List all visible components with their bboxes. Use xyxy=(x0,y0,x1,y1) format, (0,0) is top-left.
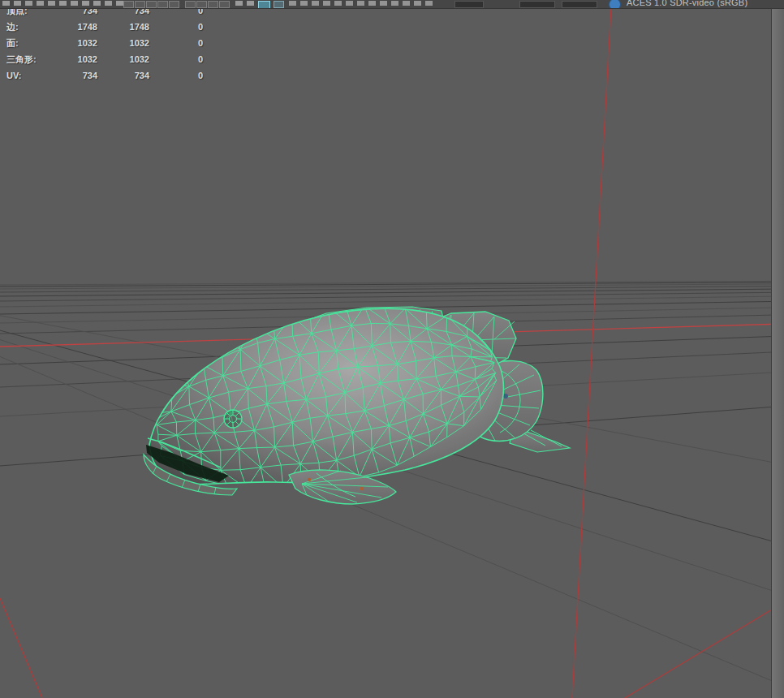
hud-value: 0 xyxy=(149,19,203,35)
grid-line xyxy=(0,289,784,296)
toolbar-icon[interactable] xyxy=(146,1,157,8)
mesh-line xyxy=(153,383,166,399)
toolbar-icon[interactable] xyxy=(169,1,179,8)
toolbar-icon[interactable] xyxy=(235,1,243,6)
fish-model[interactable] xyxy=(144,305,570,504)
toolbar-icon[interactable] xyxy=(59,1,67,6)
hud-row-uvs: UV: 734 734 0 xyxy=(0,67,203,84)
mesh-line xyxy=(459,396,480,397)
toolbar-icon[interactable] xyxy=(323,1,330,6)
toolbar-icon[interactable] xyxy=(116,1,123,6)
toolbar-icon[interactable] xyxy=(274,1,284,8)
toolbar-icon[interactable] xyxy=(391,1,398,6)
toolbar-icon[interactable] xyxy=(37,1,44,6)
toolbar-icon[interactable] xyxy=(357,1,364,6)
toolbar-icon[interactable] xyxy=(157,1,168,8)
hud-value: 1032 xyxy=(97,51,149,67)
hud-label: UV: xyxy=(0,67,50,84)
toolbar-icon[interactable] xyxy=(185,1,196,8)
toolbar-field[interactable] xyxy=(562,1,597,8)
toolbar-icon[interactable] xyxy=(368,1,376,6)
toolbar-icon[interactable] xyxy=(82,1,89,6)
hud-label: 边: xyxy=(0,19,50,35)
grid-line xyxy=(0,287,784,292)
toolbar-field[interactable] xyxy=(454,1,484,8)
toolbar-icon[interactable] xyxy=(208,1,218,8)
axis-line-z-near xyxy=(0,598,42,698)
toolbar-icon[interactable] xyxy=(2,1,10,6)
toolbar-icon[interactable] xyxy=(289,1,296,6)
hud-label: 三角形: xyxy=(0,51,50,67)
axis-line-z-far xyxy=(625,610,772,698)
toolbar-icon[interactable] xyxy=(135,1,145,8)
hud-value: 1748 xyxy=(50,19,97,35)
viewport-3d[interactable] xyxy=(0,0,784,698)
toolbar-icon[interactable] xyxy=(219,1,230,8)
marker-dot-orange xyxy=(360,487,364,490)
color-management-label: ACES 1.0 SDR-video (sRGB) xyxy=(627,0,747,7)
hud-row-edges: 边: 1748 1748 0 xyxy=(0,19,203,35)
hud-value: 1032 xyxy=(50,35,97,51)
toolbar-icon[interactable] xyxy=(123,1,134,8)
axis-line-y xyxy=(572,7,611,698)
toolbar-icon[interactable] xyxy=(247,1,254,6)
toolbar-icon[interactable] xyxy=(414,1,421,6)
hud-row-triangles: 三角形: 1032 1032 0 xyxy=(0,51,203,67)
hud-value: 734 xyxy=(97,67,149,84)
toolbar-icon[interactable] xyxy=(196,1,207,8)
color-management-icon[interactable] xyxy=(609,0,621,9)
hud-value: 1748 xyxy=(97,19,149,35)
toolbar-icon[interactable] xyxy=(25,1,32,6)
toolbar-icon[interactable] xyxy=(334,1,342,6)
toolbar-icon[interactable] xyxy=(14,1,21,6)
toolbar-icon[interactable] xyxy=(346,1,353,6)
mesh-line xyxy=(182,358,203,365)
hud-value: 0 xyxy=(149,51,203,67)
hud-value: 1032 xyxy=(97,35,149,51)
toolbar-icon[interactable] xyxy=(93,1,101,6)
hud-value: 0 xyxy=(149,67,203,84)
toolbar-icon[interactable] xyxy=(48,1,55,6)
toolbar-icon[interactable] xyxy=(300,1,308,6)
grid-line xyxy=(0,292,784,301)
toolbar-icon[interactable] xyxy=(380,1,387,6)
toolbar-icon[interactable] xyxy=(71,1,78,6)
hud-row-faces: 面: 1032 1032 0 xyxy=(0,35,203,51)
hud-value: 0 xyxy=(149,35,203,51)
marker-dot-orange xyxy=(308,478,311,481)
hud-value: 734 xyxy=(50,67,97,84)
grid-line xyxy=(0,296,784,307)
toolbar-icon[interactable] xyxy=(403,1,410,6)
tail-marker-dot xyxy=(503,394,508,399)
status-line-toolbar[interactable]: ACES 1.0 SDR-video (sRGB) xyxy=(0,0,784,9)
toolbar-icon[interactable] xyxy=(105,1,112,6)
toolbar-icon[interactable] xyxy=(425,1,433,6)
toolbar-field[interactable] xyxy=(519,1,555,8)
hud-value: 1032 xyxy=(50,51,97,67)
panel-splitter[interactable] xyxy=(771,8,784,698)
hud-label: 面: xyxy=(0,35,50,51)
toolbar-icon-active[interactable] xyxy=(258,1,270,9)
fish-eye xyxy=(224,410,242,428)
toolbar-icon[interactable] xyxy=(312,1,319,6)
poly-count-hud: 顶点: 734 734 0 边: 1748 1748 0 面: 1032 103… xyxy=(0,2,203,84)
